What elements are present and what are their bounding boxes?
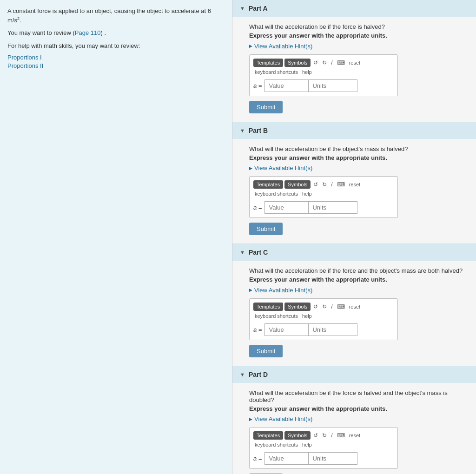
part-d-header[interactable]: ▼ Part D: [232, 366, 476, 383]
part-b-slash-btn[interactable]: /: [330, 180, 334, 189]
part-b-header[interactable]: ▼ Part B: [232, 122, 476, 139]
part-a-slash-btn[interactable]: /: [330, 59, 334, 67]
part-d-input-row: a =: [253, 452, 394, 465]
part-d-title: Part D: [249, 371, 268, 378]
part-d-units-input[interactable]: [309, 452, 357, 465]
part-b-reset-btn[interactable]: reset: [348, 181, 362, 188]
part-a-symbols-btn[interactable]: Symbols: [284, 59, 311, 67]
part-b-toolbar: Templates Symbols ↺ ↻ / ⌨ reset keyboard…: [253, 180, 394, 198]
part-c-header[interactable]: ▼ Part C: [232, 244, 476, 261]
proportions-ii-link[interactable]: Proportions II: [7, 62, 225, 69]
part-a-body: What will the acceleration be if the for…: [232, 17, 476, 122]
part-b-editor: Templates Symbols ↺ ↻ / ⌨ reset keyboard…: [249, 176, 398, 218]
part-a-help-btn[interactable]: help: [301, 68, 313, 76]
part-b-shortcuts-btn[interactable]: keyboard shortcuts: [253, 190, 299, 198]
part-b-templates-btn[interactable]: Templates: [253, 180, 283, 189]
part-d-templates-btn[interactable]: Templates: [253, 431, 283, 440]
part-c-undo-btn[interactable]: ↺: [312, 303, 319, 311]
part-a-redo-btn[interactable]: ↻: [321, 59, 328, 67]
intro-text: A constant force is applied to an object…: [7, 7, 225, 25]
part-b-undo-btn[interactable]: ↺: [312, 180, 319, 189]
proportions-i-link[interactable]: Proportions I: [7, 54, 225, 61]
part-d-value-input[interactable]: [264, 452, 309, 465]
part-d-shortcuts-btn[interactable]: keyboard shortcuts: [253, 441, 299, 448]
part-a-submit-btn[interactable]: Submit: [249, 101, 283, 113]
page-link[interactable]: Page 110: [75, 29, 101, 36]
part-d-slash-btn[interactable]: /: [330, 431, 334, 440]
left-panel: A constant force is applied to an object…: [0, 0, 232, 474]
part-b-input-row: a =: [253, 201, 394, 214]
part-c-units-input[interactable]: [309, 323, 357, 336]
part-d-label: a =: [253, 455, 262, 462]
part-b-section: ▼ Part B What will the acceleration be i…: [232, 122, 476, 244]
part-d-arrow: ▼: [240, 372, 245, 377]
part-c-keyboard-icon[interactable]: ⌨: [336, 303, 346, 311]
part-c-value-input[interactable]: [264, 323, 309, 336]
part-a-input-row: a =: [253, 79, 394, 92]
part-b-hint[interactable]: View Available Hint(s): [249, 165, 312, 171]
part-d-reset-btn[interactable]: reset: [348, 432, 362, 439]
part-c-toolbar: Templates Symbols ↺ ↻ / ⌨ reset keyboard…: [253, 303, 394, 320]
part-c-templates-btn[interactable]: Templates: [253, 303, 283, 311]
part-a-value-input[interactable]: [264, 79, 309, 92]
help-text: For help with math skills, you may want …: [7, 41, 225, 51]
part-a-toolbar: Templates Symbols ↺ ↻ / ⌨ reset keyboard…: [253, 59, 394, 76]
part-c-symbols-btn[interactable]: Symbols: [284, 303, 311, 311]
part-c-express: Express your answer with the appropriate…: [249, 276, 465, 283]
part-b-keyboard-icon[interactable]: ⌨: [336, 180, 346, 189]
part-c-arrow: ▼: [240, 250, 245, 255]
part-a-hint[interactable]: View Available Hint(s): [249, 43, 312, 50]
part-d-redo-btn[interactable]: ↻: [321, 431, 328, 440]
part-a-section: ▼ Part A What will the acceleration be i…: [232, 0, 476, 122]
part-b-title: Part B: [249, 127, 268, 134]
part-c-section: ▼ Part C What will the acceleration be i…: [232, 244, 476, 366]
part-a-reset-btn[interactable]: reset: [348, 59, 362, 66]
part-b-value-input[interactable]: [264, 201, 309, 214]
part-c-title: Part C: [249, 249, 268, 256]
part-c-help-btn[interactable]: help: [301, 312, 313, 320]
part-c-slash-btn[interactable]: /: [330, 303, 334, 311]
part-c-editor: Templates Symbols ↺ ↻ / ⌨ reset keyboard…: [249, 298, 398, 340]
part-a-templates-btn[interactable]: Templates: [253, 59, 283, 67]
part-d-toolbar: Templates Symbols ↺ ↻ / ⌨ reset keyboard…: [253, 431, 394, 448]
part-b-redo-btn[interactable]: ↻: [321, 180, 328, 189]
part-a-arrow: ▼: [240, 6, 245, 11]
part-b-symbols-btn[interactable]: Symbols: [284, 180, 311, 189]
review-text: You may want to review (Page 110) .: [7, 28, 225, 38]
part-c-reset-btn[interactable]: reset: [348, 303, 362, 310]
part-c-redo-btn[interactable]: ↻: [321, 303, 328, 311]
part-b-help-btn[interactable]: help: [301, 190, 313, 198]
part-c-input-row: a =: [253, 323, 394, 336]
part-a-title: Part A: [249, 5, 268, 12]
part-b-units-input[interactable]: [309, 201, 357, 214]
part-d-undo-btn[interactable]: ↺: [312, 431, 319, 440]
part-c-body: What will the acceleration be if the for…: [232, 261, 476, 366]
part-a-label: a =: [253, 82, 262, 89]
part-a-header[interactable]: ▼ Part A: [232, 0, 476, 17]
part-b-submit-btn[interactable]: Submit: [249, 223, 283, 235]
part-c-label: a =: [253, 326, 262, 333]
part-a-undo-btn[interactable]: ↺: [312, 59, 319, 67]
part-b-body: What will the acceleration be if the obj…: [232, 139, 476, 244]
part-b-arrow: ▼: [240, 128, 245, 133]
part-d-symbols-btn[interactable]: Symbols: [284, 431, 311, 440]
part-d-keyboard-icon[interactable]: ⌨: [336, 431, 346, 440]
part-a-shortcuts-btn[interactable]: keyboard shortcuts: [253, 68, 299, 76]
part-d-section: ▼ Part D What will the acceleration be i…: [232, 366, 476, 474]
part-a-keyboard-icon[interactable]: ⌨: [336, 59, 346, 67]
part-a-units-input[interactable]: [309, 79, 357, 92]
part-c-hint[interactable]: View Available Hint(s): [249, 287, 312, 294]
part-d-help-btn[interactable]: help: [301, 441, 313, 448]
part-c-question: What will the acceleration be if the for…: [249, 267, 465, 274]
part-b-label: a =: [253, 204, 262, 211]
part-d-question: What will the acceleration be if the for…: [249, 389, 465, 403]
part-d-hint[interactable]: View Available Hint(s): [249, 415, 312, 422]
right-panel: ▼ Part A What will the acceleration be i…: [232, 0, 476, 474]
part-a-express: Express your answer with the appropriate…: [249, 32, 465, 39]
part-d-express: Express your answer with the appropriate…: [249, 405, 465, 412]
review-links: Proportions I Proportions II: [7, 54, 225, 69]
part-d-body: What will the acceleration be if the for…: [232, 383, 476, 474]
part-c-submit-btn[interactable]: Submit: [249, 345, 283, 357]
part-a-question: What will the acceleration be if the for…: [249, 23, 465, 30]
part-c-shortcuts-btn[interactable]: keyboard shortcuts: [253, 312, 299, 320]
